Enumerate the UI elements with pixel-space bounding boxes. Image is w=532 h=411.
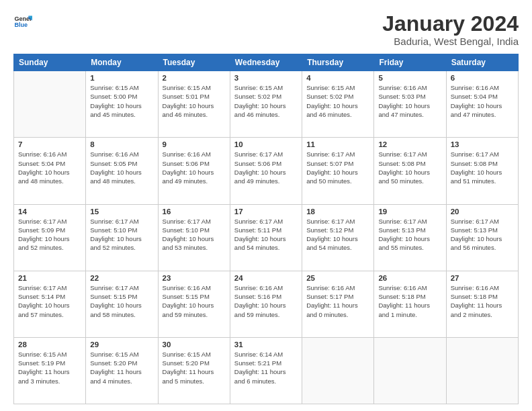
cell-info: Sunrise: 6:17 AMSunset: 5:09 PMDaylight:… <box>18 217 81 253</box>
table-row: 10Sunrise: 6:17 AMSunset: 5:06 PMDayligh… <box>230 138 302 204</box>
cell-date-number: 15 <box>90 208 153 216</box>
cell-date-number: 31 <box>234 340 298 349</box>
cell-info: Sunrise: 6:16 AMSunset: 5:04 PMDaylight:… <box>18 150 81 185</box>
cell-date-number: 6 <box>451 74 514 82</box>
cell-info: Sunrise: 6:16 AMSunset: 5:04 PMDaylight:… <box>451 83 514 119</box>
table-row: 3Sunrise: 6:15 AMSunset: 5:02 PMDaylight… <box>230 71 302 138</box>
calendar-week-4: 28Sunrise: 6:15 AMSunset: 5:19 PMDayligh… <box>14 337 519 404</box>
cell-date-number: 3 <box>234 74 298 82</box>
table-row: 21Sunrise: 6:17 AMSunset: 5:14 PMDayligh… <box>14 271 86 337</box>
cell-date-number: 7 <box>18 140 81 148</box>
cell-info: Sunrise: 6:17 AMSunset: 5:10 PMDaylight:… <box>90 217 153 253</box>
table-row: 17Sunrise: 6:17 AMSunset: 5:11 PMDayligh… <box>230 204 302 271</box>
table-row: 29Sunrise: 6:15 AMSunset: 5:20 PMDayligh… <box>86 337 158 404</box>
cell-info: Sunrise: 6:14 AMSunset: 5:21 PMDaylight:… <box>234 350 298 385</box>
table-row <box>374 337 446 404</box>
cell-date-number: 8 <box>90 140 153 148</box>
cell-date-number: 11 <box>306 140 369 148</box>
cell-info: Sunrise: 6:16 AMSunset: 5:18 PMDaylight:… <box>451 283 514 319</box>
cell-date-number: 14 <box>18 208 81 216</box>
cell-info: Sunrise: 6:17 AMSunset: 5:08 PMDaylight:… <box>378 150 441 185</box>
calendar-week-2: 14Sunrise: 6:17 AMSunset: 5:09 PMDayligh… <box>14 204 519 271</box>
table-row: 23Sunrise: 6:16 AMSunset: 5:15 PMDayligh… <box>158 271 230 337</box>
cell-info: Sunrise: 6:16 AMSunset: 5:03 PMDaylight:… <box>378 83 441 119</box>
cell-date-number: 10 <box>234 140 298 148</box>
calendar-week-1: 7Sunrise: 6:16 AMSunset: 5:04 PMDaylight… <box>14 138 519 204</box>
table-row: 24Sunrise: 6:16 AMSunset: 5:16 PMDayligh… <box>230 271 302 337</box>
cell-date-number: 25 <box>306 274 369 282</box>
cell-info: Sunrise: 6:16 AMSunset: 5:17 PMDaylight:… <box>306 283 369 319</box>
cell-info: Sunrise: 6:15 AMSunset: 5:02 PMDaylight:… <box>234 83 298 119</box>
cell-info: Sunrise: 6:17 AMSunset: 5:06 PMDaylight:… <box>234 150 298 185</box>
header-row: Sunday Monday Tuesday Wednesday Thursday… <box>14 54 519 71</box>
cell-date-number: 27 <box>451 274 514 282</box>
cell-info: Sunrise: 6:17 AMSunset: 5:13 PMDaylight:… <box>378 217 441 253</box>
table-row: 25Sunrise: 6:16 AMSunset: 5:17 PMDayligh… <box>302 271 374 337</box>
col-monday: Monday <box>86 54 158 71</box>
table-row: 19Sunrise: 6:17 AMSunset: 5:13 PMDayligh… <box>374 204 446 271</box>
cell-info: Sunrise: 6:17 AMSunset: 5:13 PMDaylight:… <box>451 217 514 253</box>
table-row: 9Sunrise: 6:16 AMSunset: 5:06 PMDaylight… <box>158 138 230 204</box>
cell-date-number: 29 <box>90 340 153 349</box>
title-block: January 2024 Baduria, West Bengal, India <box>382 12 519 47</box>
svg-text:Blue: Blue <box>14 21 28 28</box>
cell-info: Sunrise: 6:15 AMSunset: 5:20 PMDaylight:… <box>90 350 153 385</box>
cell-date-number: 20 <box>451 208 514 216</box>
table-row: 1Sunrise: 6:15 AMSunset: 5:00 PMDaylight… <box>86 71 158 138</box>
cell-date-number: 2 <box>163 74 226 82</box>
table-row: 4Sunrise: 6:15 AMSunset: 5:02 PMDaylight… <box>302 71 374 138</box>
main-title: January 2024 <box>382 12 519 36</box>
cell-info: Sunrise: 6:17 AMSunset: 5:15 PMDaylight:… <box>90 283 153 319</box>
table-row <box>302 337 374 404</box>
page: General Blue January 2024 Baduria, West … <box>0 0 532 411</box>
cell-info: Sunrise: 6:16 AMSunset: 5:18 PMDaylight:… <box>378 283 441 319</box>
calendar-week-3: 21Sunrise: 6:17 AMSunset: 5:14 PMDayligh… <box>14 271 519 337</box>
table-row: 12Sunrise: 6:17 AMSunset: 5:08 PMDayligh… <box>374 138 446 204</box>
cell-info: Sunrise: 6:15 AMSunset: 5:00 PMDaylight:… <box>90 83 153 119</box>
col-friday: Friday <box>374 54 446 71</box>
cell-info: Sunrise: 6:17 AMSunset: 5:07 PMDaylight:… <box>306 150 369 185</box>
cell-date-number: 1 <box>90 74 153 82</box>
table-row: 7Sunrise: 6:16 AMSunset: 5:04 PMDaylight… <box>14 138 86 204</box>
cell-date-number: 24 <box>234 274 298 282</box>
table-row <box>446 337 518 404</box>
cell-date-number: 19 <box>378 208 441 216</box>
table-row: 15Sunrise: 6:17 AMSunset: 5:10 PMDayligh… <box>86 204 158 271</box>
table-row: 30Sunrise: 6:15 AMSunset: 5:20 PMDayligh… <box>158 337 230 404</box>
cell-info: Sunrise: 6:16 AMSunset: 5:06 PMDaylight:… <box>163 150 226 185</box>
cell-date-number: 12 <box>378 140 441 148</box>
cell-info: Sunrise: 6:16 AMSunset: 5:15 PMDaylight:… <box>163 283 226 319</box>
cell-date-number: 4 <box>306 74 369 82</box>
cell-date-number: 18 <box>306 208 369 216</box>
calendar-header: Sunday Monday Tuesday Wednesday Thursday… <box>14 54 519 71</box>
col-sunday: Sunday <box>14 54 86 71</box>
table-row: 5Sunrise: 6:16 AMSunset: 5:03 PMDaylight… <box>374 71 446 138</box>
table-row: 26Sunrise: 6:16 AMSunset: 5:18 PMDayligh… <box>374 271 446 337</box>
cell-info: Sunrise: 6:17 AMSunset: 5:11 PMDaylight:… <box>234 217 298 253</box>
col-wednesday: Wednesday <box>230 54 302 71</box>
cell-date-number: 13 <box>451 140 514 148</box>
table-row: 18Sunrise: 6:17 AMSunset: 5:12 PMDayligh… <box>302 204 374 271</box>
calendar-table: Sunday Monday Tuesday Wednesday Thursday… <box>13 54 519 404</box>
cell-date-number: 23 <box>163 274 226 282</box>
table-row: 31Sunrise: 6:14 AMSunset: 5:21 PMDayligh… <box>230 337 302 404</box>
cell-date-number: 21 <box>18 274 81 282</box>
table-row: 27Sunrise: 6:16 AMSunset: 5:18 PMDayligh… <box>446 271 518 337</box>
cell-info: Sunrise: 6:16 AMSunset: 5:05 PMDaylight:… <box>90 150 153 185</box>
table-row: 11Sunrise: 6:17 AMSunset: 5:07 PMDayligh… <box>302 138 374 204</box>
table-row: 22Sunrise: 6:17 AMSunset: 5:15 PMDayligh… <box>86 271 158 337</box>
cell-info: Sunrise: 6:15 AMSunset: 5:20 PMDaylight:… <box>163 350 226 385</box>
logo: General Blue <box>13 12 32 31</box>
cell-info: Sunrise: 6:16 AMSunset: 5:16 PMDaylight:… <box>234 283 298 319</box>
calendar-body: 1Sunrise: 6:15 AMSunset: 5:00 PMDaylight… <box>14 71 519 404</box>
col-thursday: Thursday <box>302 54 374 71</box>
cell-date-number: 28 <box>18 340 81 349</box>
cell-date-number: 16 <box>163 208 226 216</box>
cell-date-number: 5 <box>378 74 441 82</box>
cell-info: Sunrise: 6:15 AMSunset: 5:19 PMDaylight:… <box>18 350 81 385</box>
table-row: 8Sunrise: 6:16 AMSunset: 5:05 PMDaylight… <box>86 138 158 204</box>
table-row: 14Sunrise: 6:17 AMSunset: 5:09 PMDayligh… <box>14 204 86 271</box>
table-row: 6Sunrise: 6:16 AMSunset: 5:04 PMDaylight… <box>446 71 518 138</box>
col-tuesday: Tuesday <box>158 54 230 71</box>
calendar-week-0: 1Sunrise: 6:15 AMSunset: 5:00 PMDaylight… <box>14 71 519 138</box>
